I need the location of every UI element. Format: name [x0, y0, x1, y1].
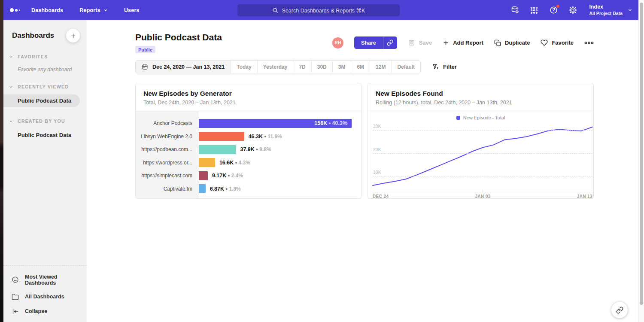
window-scrollbar	[638, 0, 644, 322]
sidebar-item-public-podcast-data[interactable]: Public Podcast Data	[3, 129, 87, 141]
smiley-icon	[12, 276, 19, 283]
data-sources-button[interactable]	[510, 6, 519, 15]
gridline	[373, 130, 592, 131]
bar-value-label: 6.87K • 1.8%	[210, 186, 241, 192]
bar-category-label: https://simplecast.com	[136, 173, 199, 179]
screen-edge-strip	[0, 0, 3, 322]
sidebar-section-recently-viewed[interactable]: RECENTLY VIEWED	[3, 84, 87, 89]
avatar[interactable]: RH	[332, 37, 343, 49]
duplicate-label: Duplicate	[505, 39, 530, 46]
y-tick: 30K	[373, 124, 381, 129]
toolbar: Dec 24, 2020 — Jan 13, 2021 Today Yester…	[135, 60, 594, 73]
bar: 156K • 40.3%	[199, 119, 352, 128]
chevron-down-icon	[103, 8, 108, 12]
primary-nav: Dashboards Reports Users	[31, 7, 140, 13]
gridline	[373, 153, 592, 154]
gridline	[373, 176, 592, 176]
top-navbar: Dashboards Reports Users Search Dashboar…	[3, 0, 638, 20]
line-chart: New Episode - Total 10K20K30K DEC 24 JAN…	[368, 111, 593, 199]
filter-button[interactable]: Filter	[432, 63, 457, 70]
bar-category-label: Captivate.fm	[136, 186, 199, 192]
link-icon	[616, 307, 623, 314]
bar-category-label: Libsyn WebEngine 2.0	[136, 134, 199, 140]
date-range-picker[interactable]: Dec 24, 2020 — Jan 13, 2021	[136, 61, 231, 73]
preset-yesterday[interactable]: Yesterday	[257, 61, 293, 73]
bar-chart: Anchor Podcasts 156K • 40.3% 156K • 40.3…	[136, 111, 361, 199]
legend-label: New Episode - Total	[463, 115, 505, 120]
card-subtitle: Total, Dec 24th, 2020 – Jan 13th, 2021	[143, 100, 353, 106]
page-actions: RH Share Save Add Report Dupl	[332, 36, 594, 49]
bar-row: Libsyn WebEngine 2.0 46.3K • 11.9% 46.3K…	[136, 130, 361, 143]
bar: 16.6K • 4.3%	[199, 158, 215, 167]
heart-icon	[541, 39, 548, 46]
date-range-control: Dec 24, 2020 — Jan 13, 2021 Today Yester…	[135, 60, 421, 73]
card-subtitle: Rolling (12 hours), total, Dec 24th, 202…	[376, 100, 586, 106]
nav-item-reports[interactable]: Reports	[79, 7, 108, 13]
chevron-down-icon	[9, 119, 13, 123]
add-report-label: Add Report	[453, 39, 483, 46]
project-switcher[interactable]: Index All Project Data	[589, 4, 632, 16]
legend-swatch	[456, 116, 460, 120]
search-input[interactable]: Search Dashboards & Reports ⌘K	[237, 4, 400, 16]
date-range-value: Dec 24, 2020 — Jan 13, 2021	[152, 64, 225, 70]
chevron-down-icon	[628, 8, 632, 12]
bar: 6.87K • 1.8%	[199, 184, 206, 193]
add-report-button[interactable]: Add Report	[443, 39, 483, 46]
all-dashboards-button[interactable]: All Dashboards	[3, 289, 87, 304]
footer-item-label: Collapse	[25, 308, 47, 314]
data-icon	[510, 6, 519, 15]
footer-item-label: All Dashboards	[25, 294, 64, 300]
help-button[interactable]	[549, 6, 558, 15]
bar-row: Captivate.fm 6.87K • 1.8% 6.87K • 1.8%	[136, 182, 361, 196]
most-viewed-dashboards-button[interactable]: Most Viewed Dashboards	[3, 270, 87, 289]
bar-row: https://podbean.com... 37.9K • 9.8% 37.9…	[136, 143, 361, 156]
bar: 9.17K • 2.4%	[199, 171, 208, 180]
card-new-episodes-found: New Episodes Found Rolling (12 hours), t…	[368, 83, 594, 199]
sidebar-section-created-by-you[interactable]: CREATED BY YOU	[3, 118, 87, 124]
favorite-label: Favorite	[552, 39, 574, 46]
add-dashboard-button[interactable]	[66, 29, 80, 43]
settings-button[interactable]	[568, 6, 577, 15]
card-title: New Episodes by Generator	[143, 90, 353, 97]
preset-12m[interactable]: 12M	[370, 61, 391, 73]
filter-icon	[432, 63, 439, 70]
nav-item-users[interactable]: Users	[124, 7, 140, 13]
save-label: Save	[419, 39, 432, 46]
search-placeholder: Search Dashboards & Reports ⌘K	[282, 7, 365, 14]
favorites-empty-text: Favorite any dashboard	[3, 67, 87, 73]
bar: 46.3K • 11.9%	[199, 132, 244, 141]
sidebar-section-favorites[interactable]: FAVORITES	[3, 54, 87, 59]
more-actions-button[interactable]	[584, 41, 594, 45]
card-title: New Episodes Found	[376, 90, 586, 97]
plus-icon	[70, 33, 76, 39]
x-tick: DEC 24	[373, 194, 389, 199]
share-split-button: Share	[354, 36, 397, 49]
collapse-sidebar-button[interactable]: Collapse	[3, 304, 87, 319]
public-badge: Public	[135, 46, 155, 53]
preset-6m[interactable]: 6M	[351, 61, 370, 73]
duplicate-button[interactable]: Duplicate	[494, 39, 530, 46]
x-tick-labels: DEC 24 JAN 03 JAN 13	[373, 194, 592, 199]
share-button[interactable]: Share	[354, 36, 383, 49]
chart-legend[interactable]: New Episode - Total	[368, 111, 593, 120]
nav-item-label: Users	[124, 7, 140, 13]
filter-label: Filter	[443, 64, 457, 70]
nav-item-dashboards[interactable]: Dashboards	[31, 7, 63, 13]
preset-today[interactable]: Today	[231, 61, 257, 73]
scrollbar-thumb[interactable]	[640, 3, 643, 305]
search-icon	[272, 7, 278, 13]
app-logo-icon[interactable]	[10, 8, 20, 12]
apps-menu-button[interactable]	[529, 6, 539, 15]
favorite-button[interactable]: Favorite	[541, 39, 574, 46]
preset-3m[interactable]: 3M	[332, 61, 351, 73]
bar-category-label: https://wordpress.or...	[136, 160, 199, 166]
nav-item-label: Reports	[79, 7, 100, 13]
floating-share-link-button[interactable]	[611, 302, 628, 318]
preset-7d[interactable]: 7D	[293, 61, 311, 73]
preset-30d[interactable]: 30D	[311, 61, 332, 73]
preset-default[interactable]: Default	[391, 61, 420, 73]
x-axis	[373, 192, 592, 192]
copy-share-link-button[interactable]	[383, 36, 397, 49]
save-button[interactable]: Save	[408, 39, 432, 46]
sidebar-item-public-podcast-data[interactable]: Public Podcast Data	[3, 94, 80, 107]
